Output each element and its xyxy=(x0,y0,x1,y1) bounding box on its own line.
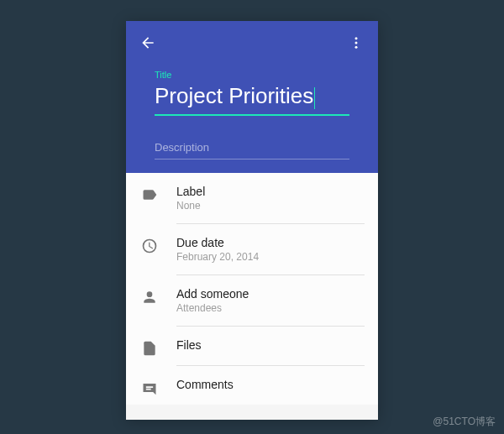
title-label: Title xyxy=(155,70,349,80)
file-icon xyxy=(139,340,160,360)
row-files[interactable]: Files xyxy=(126,327,378,366)
row-title: Add someone xyxy=(176,287,365,301)
row-title: Due date xyxy=(176,236,365,249)
app-screen: Title Project Priorities Description Lab… xyxy=(126,21,378,420)
back-button[interactable] xyxy=(138,33,158,53)
row-title: Label xyxy=(176,185,365,198)
person-icon xyxy=(139,289,160,309)
row-sub: Attendees xyxy=(176,302,365,314)
header: Title Project Priorities Description xyxy=(126,21,378,173)
details-list: Label None Due date February 20, 2014 Ad… xyxy=(126,173,378,405)
clock-icon xyxy=(139,238,160,258)
app-bar xyxy=(138,31,366,55)
title-input[interactable]: Project Priorities xyxy=(155,83,349,116)
row-label[interactable]: Label None xyxy=(126,173,378,224)
text-cursor xyxy=(314,87,315,109)
comment-icon xyxy=(139,379,160,400)
row-add-someone[interactable]: Add someone Attendees xyxy=(126,275,378,327)
arrow-left-icon xyxy=(139,34,156,51)
title-field[interactable]: Title Project Priorities xyxy=(138,70,366,116)
svg-point-2 xyxy=(355,46,358,49)
more-vert-icon xyxy=(349,35,364,50)
row-title: Comments xyxy=(176,378,365,391)
watermark: @51CTO博客 xyxy=(433,415,496,429)
row-sub: February 20, 2014 xyxy=(176,251,365,263)
row-comments[interactable]: Comments xyxy=(126,366,378,405)
row-sub: None xyxy=(176,200,365,212)
overflow-menu-button[interactable] xyxy=(346,33,366,53)
row-due-date[interactable]: Due date February 20, 2014 xyxy=(126,224,378,275)
svg-point-1 xyxy=(355,42,358,44)
label-icon xyxy=(139,186,160,207)
row-title: Files xyxy=(176,338,365,352)
description-input[interactable]: Description xyxy=(155,136,349,159)
svg-point-0 xyxy=(355,37,358,39)
